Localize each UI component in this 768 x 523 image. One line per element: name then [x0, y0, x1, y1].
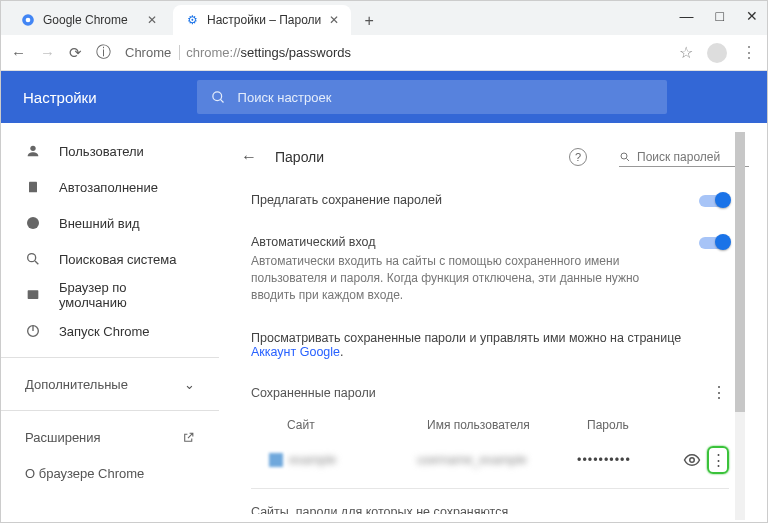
svg-line-8 [35, 261, 38, 264]
cell-username: username_example [417, 453, 577, 467]
svg-line-3 [220, 99, 223, 102]
search-icon [25, 251, 41, 267]
avatar[interactable] [707, 43, 727, 63]
chrome-icon [21, 13, 35, 27]
tab-label: Google Chrome [43, 13, 128, 27]
person-icon [25, 143, 41, 159]
gear-icon: ⚙ [185, 13, 199, 27]
tab-settings-passwords[interactable]: ⚙ Настройки – Пароли ✕ [173, 5, 351, 35]
sidebar-item-label: Внешний вид [59, 216, 140, 231]
sidebar-item-startup[interactable]: Запуск Chrome [1, 313, 219, 349]
nav-back-icon[interactable]: ← [11, 44, 26, 61]
sidebar-item-label: Автозаполнение [59, 180, 158, 195]
section-title: Сайты, пароли для которых не сохраняются [251, 505, 508, 514]
sidebar-about[interactable]: О браузере Chrome [1, 455, 219, 491]
table-row: example username_example •••••••••• ⋮ [231, 438, 749, 482]
sidebar-advanced[interactable]: Дополнительные ⌄ [1, 366, 219, 402]
tab-google-chrome[interactable]: Google Chrome ✕ [9, 5, 169, 35]
toggle-offer-save[interactable] [699, 195, 729, 207]
sidebar-item-autofill[interactable]: Автозаполнение [1, 169, 219, 205]
section-menu-icon[interactable]: ⋮ [709, 383, 729, 402]
sidebar-advanced-label: Дополнительные [25, 377, 128, 392]
menu-dots-icon[interactable]: ⋮ [741, 43, 757, 62]
table-header: Сайт Имя пользователя Пароль [231, 412, 749, 438]
svg-point-14 [690, 458, 695, 463]
setting-description: Автоматически входить на сайты с помощью… [251, 253, 679, 303]
site-favicon [269, 453, 283, 467]
setting-label: Предлагать сохранение паролей [251, 193, 679, 207]
sidebar-item-appearance[interactable]: Внешний вид [1, 205, 219, 241]
setting-label: Автоматический вход [251, 235, 679, 249]
main-panel: ← Пароли ? Поиск паролей Предлагать сохр… [219, 123, 767, 514]
addr-chip: Chrome [125, 45, 180, 60]
never-save-header: Сайты, пароли для которых не сохраняются [231, 495, 749, 514]
setting-offer-save: Предлагать сохранение паролей [231, 179, 749, 221]
view-text: Просматривать сохраненные пароли и управ… [251, 331, 681, 345]
view-in-account: Просматривать сохраненные пароли и управ… [231, 317, 749, 373]
palette-icon [25, 215, 41, 231]
saved-passwords-header: Сохраненные пароли ⋮ [231, 373, 749, 412]
sidebar-item-label: Браузер по умолчанию [59, 280, 195, 310]
svg-rect-9 [28, 290, 39, 299]
back-arrow-icon[interactable]: ← [231, 148, 257, 166]
settings-header: Настройки Поиск настроек [1, 71, 767, 123]
settings-search[interactable]: Поиск настроек [197, 80, 667, 114]
address-bar: ← → ⟳ ⓘ Chrome chrome://settings/passwor… [1, 35, 767, 71]
sidebar-item-users[interactable]: Пользователи [1, 133, 219, 169]
new-tab-button[interactable]: + [355, 7, 383, 35]
col-pass: Пароль [587, 418, 729, 432]
section-title: Сохраненные пароли [251, 386, 376, 400]
star-icon[interactable]: ☆ [679, 43, 693, 62]
sidebar-item-search-engine[interactable]: Поисковая система [1, 241, 219, 277]
addr-url: chrome://settings/passwords [186, 45, 351, 60]
sidebar-item-label: Запуск Chrome [59, 324, 150, 339]
external-link-icon [182, 431, 195, 444]
maximize-button[interactable]: □ [716, 8, 724, 24]
nav-forward-icon[interactable]: → [40, 44, 55, 61]
sidebar: Пользователи Автозаполнение Внешний вид … [1, 123, 219, 514]
svg-point-6 [27, 217, 39, 229]
address-field[interactable]: Chrome chrome://settings/passwords [125, 45, 665, 60]
password-search[interactable]: Поиск паролей [619, 148, 749, 167]
tab-label: Настройки – Пароли [207, 13, 321, 27]
setting-autosignin: Автоматический вход Автоматически входит… [231, 221, 749, 317]
close-window-button[interactable]: ✕ [746, 8, 758, 24]
cell-password: •••••••••• [577, 453, 677, 467]
chevron-down-icon: ⌄ [184, 377, 195, 392]
svg-line-13 [627, 158, 630, 161]
info-icon[interactable]: ⓘ [96, 43, 111, 62]
page-title: Пароли [275, 149, 551, 165]
tabstrip: Google Chrome ✕ ⚙ Настройки – Пароли ✕ + [1, 1, 767, 35]
svg-point-2 [212, 91, 221, 100]
sidebar-item-label: Поисковая система [59, 252, 177, 267]
browser-icon [25, 287, 41, 303]
page-header: ← Пароли ? Поиск паролей [231, 135, 749, 179]
svg-point-7 [28, 254, 36, 262]
sidebar-extensions-label: Расширения [25, 430, 101, 445]
power-icon [25, 323, 41, 339]
cell-site[interactable]: example [289, 453, 417, 467]
sidebar-item-default-browser[interactable]: Браузер по умолчанию [1, 277, 219, 313]
reload-icon[interactable]: ⟳ [69, 44, 82, 62]
search-placeholder: Поиск настроек [238, 90, 332, 105]
svg-point-4 [30, 146, 35, 151]
scrollbar-thumb[interactable] [735, 132, 745, 412]
clipboard-icon [25, 179, 41, 195]
sidebar-item-label: Пользователи [59, 144, 144, 159]
tab-close-icon[interactable]: ✕ [147, 13, 157, 27]
toggle-autosignin[interactable] [699, 237, 729, 249]
window-controls: — □ ✕ [680, 8, 758, 24]
col-user: Имя пользователя [427, 418, 587, 432]
password-search-placeholder: Поиск паролей [637, 150, 720, 164]
sidebar-extensions[interactable]: Расширения [1, 419, 219, 455]
minimize-button[interactable]: — [680, 8, 694, 24]
help-icon[interactable]: ? [569, 148, 587, 166]
google-account-link[interactable]: Аккаунт Google [251, 345, 340, 359]
sidebar-about-label: О браузере Chrome [25, 466, 144, 481]
svg-point-12 [621, 153, 627, 159]
show-password-icon[interactable] [677, 451, 707, 469]
tab-close-icon[interactable]: ✕ [329, 13, 339, 27]
svg-rect-5 [29, 182, 37, 193]
row-actions-button[interactable]: ⋮ [707, 446, 729, 474]
col-site: Сайт [287, 418, 427, 432]
